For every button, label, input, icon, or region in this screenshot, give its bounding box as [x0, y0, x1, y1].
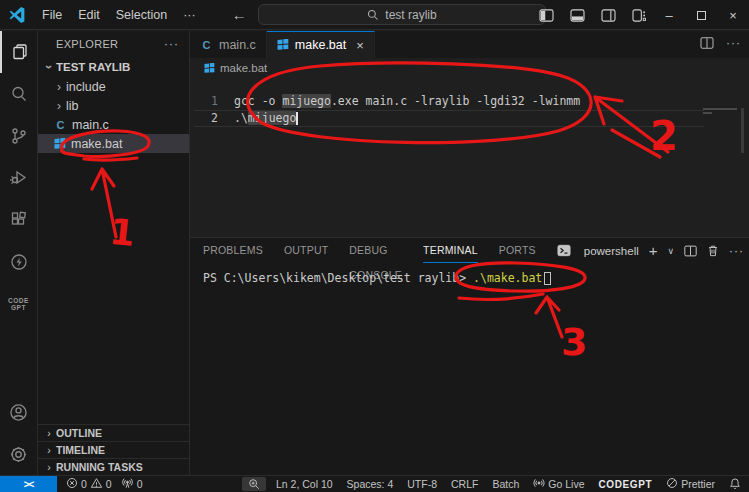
file-label: main.c: [72, 118, 109, 132]
problems-status[interactable]: 0 0: [66, 477, 112, 491]
code-text: .exe main.c -lraylib -lgdi32 -lwinmm: [331, 94, 580, 108]
minimize-button[interactable]: –: [653, 0, 685, 30]
split-terminal-icon[interactable]: [684, 245, 697, 257]
tree-item-lib[interactable]: › lib: [38, 96, 189, 115]
tree-item-include[interactable]: › include: [38, 77, 189, 96]
file-label: make.bat: [71, 137, 122, 151]
bottom-panel: PROBLEMS OUTPUT DEBUG CONSOLE TERMINAL P…: [190, 237, 749, 475]
notifications-bell[interactable]: [729, 477, 741, 492]
command-center-search[interactable]: test raylib: [258, 4, 546, 25]
powershell-terminal-icon: [557, 244, 571, 257]
menu-more[interactable]: ···: [175, 4, 204, 26]
tab-ports[interactable]: PORTS: [499, 238, 536, 263]
maximize-button[interactable]: [685, 0, 717, 30]
tab-debug-console[interactable]: DEBUG CONSOLE: [349, 238, 402, 263]
folder-label: lib: [66, 99, 79, 113]
kill-terminal-trash-icon[interactable]: [707, 244, 719, 257]
new-terminal-button[interactable]: +: [649, 242, 658, 259]
customize-layout-icon[interactable]: [632, 9, 647, 22]
code-text: .\: [234, 111, 248, 125]
explorer-title: EXPLORER: [56, 38, 164, 50]
error-icon: [66, 477, 78, 489]
search-sidebar-icon[interactable]: [0, 73, 38, 115]
prettier-status[interactable]: Prettier: [666, 477, 715, 491]
terminal-output[interactable]: PS C:\Users\kikem\Desktop\test raylib> .…: [203, 271, 551, 285]
explorer-icon[interactable]: [0, 31, 38, 73]
tab-output[interactable]: OUTPUT: [284, 238, 328, 263]
title-bar: File Edit Selection ··· ← → test raylib: [0, 0, 749, 30]
tab-label: main.c: [219, 38, 256, 52]
tab-problems[interactable]: PROBLEMS: [203, 238, 263, 263]
menu-edit[interactable]: Edit: [70, 4, 108, 26]
toggle-panel-icon[interactable]: [570, 9, 585, 22]
panel-more-actions-icon[interactable]: ···: [729, 244, 744, 258]
maximize-icon: [697, 11, 706, 20]
status-bar: >< 0 0 0 Ln 2, Col 10 Spaces: 4 UTF-8 CR…: [0, 475, 749, 492]
terminal-dropdown-icon[interactable]: ∨: [668, 246, 675, 256]
toggle-sidebar-icon[interactable]: [539, 9, 554, 22]
zoom-status-item[interactable]: [242, 477, 266, 491]
radio-tower-icon: [121, 477, 134, 489]
search-query-text: test raylib: [385, 8, 436, 22]
cursor-position-status[interactable]: Ln 2, Col 10: [276, 478, 333, 490]
tab-bar: C main.c make.bat × ···: [190, 31, 749, 58]
codegpt-sidebar-icon[interactable]: CODEGPT: [0, 283, 38, 325]
line-number: 2: [190, 110, 234, 127]
shell-name-label[interactable]: powershell: [584, 245, 639, 257]
toggle-secondary-sidebar-icon[interactable]: [601, 9, 616, 22]
circle-slash-icon: [666, 477, 678, 489]
section-outline[interactable]: › OUTLINE: [38, 424, 189, 441]
chevron-right-icon: ›: [42, 427, 56, 439]
tab-main-c[interactable]: C main.c: [190, 31, 267, 58]
ports-status[interactable]: 0: [121, 477, 143, 491]
settings-gear-icon[interactable]: [0, 433, 38, 475]
tab-terminal[interactable]: TERMINAL: [423, 238, 478, 263]
remote-indicator[interactable]: ><: [0, 476, 57, 492]
editor-more-actions-icon[interactable]: ···: [726, 36, 741, 50]
codegpt-label: CODEGPT: [599, 479, 653, 490]
breadcrumb[interactable]: make.bat: [190, 58, 749, 78]
tree-item-make-bat[interactable]: make.bat: [38, 134, 189, 153]
tab-make-bat[interactable]: make.bat ×: [267, 31, 375, 58]
menu-file[interactable]: File: [34, 4, 70, 26]
chevron-down-icon: ›: [42, 60, 56, 74]
terminal-caret: [544, 272, 551, 285]
close-tab-icon[interactable]: ×: [356, 38, 364, 53]
section-timeline[interactable]: › TIMELINE: [38, 441, 189, 458]
section-running-tasks[interactable]: › RUNNING TASKS: [38, 458, 189, 475]
explorer-sidebar: EXPLORER ··· › TEST RAYLIB › include › l…: [38, 31, 190, 475]
terminal-prompt: PS C:\Users\kikem\Desktop\test raylib>: [203, 271, 473, 285]
tab-label: make.bat: [295, 38, 346, 52]
minimap-line: [703, 108, 737, 110]
eol-status[interactable]: CRLF: [451, 478, 478, 490]
bell-icon: [729, 477, 741, 490]
language-mode-status[interactable]: Batch: [492, 478, 519, 490]
codegpt-status[interactable]: CODEGPT: [599, 479, 653, 490]
editor-scrollbar[interactable]: [741, 108, 744, 153]
terminal-command: .\make.bat: [473, 271, 542, 285]
split-editor-icon[interactable]: [700, 37, 714, 49]
activity-bar: CODEGPT: [0, 31, 38, 475]
encoding-status[interactable]: UTF-8: [407, 478, 437, 490]
tree-root-test-raylib[interactable]: › TEST RAYLIB: [38, 57, 189, 77]
section-label: TIMELINE: [56, 444, 105, 456]
close-window-button[interactable]: ×: [717, 0, 749, 30]
run-debug-icon[interactable]: [0, 157, 38, 199]
windows-file-icon: [54, 138, 66, 150]
windows-file-icon: [277, 39, 289, 51]
extensions-icon[interactable]: [0, 199, 38, 241]
codegpt-mini-line1: CODE: [8, 297, 29, 304]
code-text: gcc -o: [234, 94, 282, 108]
prettier-label: Prettier: [681, 478, 715, 490]
history-back-button[interactable]: ←: [232, 6, 247, 23]
menu-selection[interactable]: Selection: [108, 4, 175, 26]
warning-count: 0: [106, 478, 112, 490]
thunder-client-icon[interactable]: [0, 241, 38, 283]
c-file-icon: C: [200, 39, 213, 51]
source-control-icon[interactable]: [0, 115, 38, 157]
indentation-status[interactable]: Spaces: 4: [347, 478, 394, 490]
go-live-button[interactable]: Go Live: [533, 477, 584, 491]
account-icon[interactable]: [0, 391, 38, 433]
explorer-more-actions[interactable]: ···: [164, 37, 179, 51]
tree-item-main-c[interactable]: C main.c: [38, 115, 189, 134]
